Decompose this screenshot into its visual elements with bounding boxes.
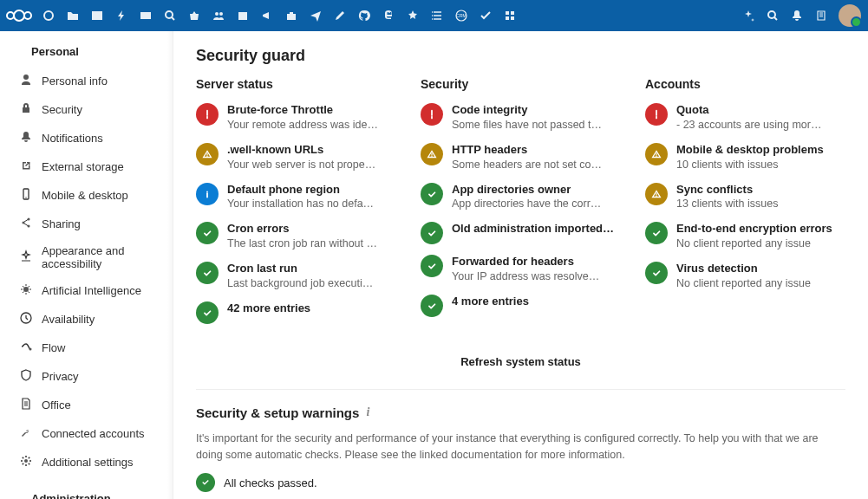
status-title: Code integrity <box>452 103 621 118</box>
megaphone-icon[interactable] <box>255 3 279 28</box>
sidebar-item-mobile-desktop[interactable]: Mobile & desktop <box>5 181 167 210</box>
svg-point-1 <box>166 11 173 18</box>
sparkle-icon[interactable] <box>736 3 760 28</box>
calendar-icon[interactable] <box>231 3 255 28</box>
status-title: 4 more entries <box>452 295 621 309</box>
person-icon <box>19 73 33 89</box>
status-item[interactable]: Mobile & desktop problems 10 clients wit… <box>645 143 845 172</box>
status-item[interactable]: Brute-force Throttle Your remote address… <box>196 103 396 133</box>
status-title: Sync conflicts <box>676 183 845 198</box>
status-item[interactable]: Cron last run Last background job execut… <box>196 262 396 291</box>
mail-icon[interactable] <box>134 3 158 28</box>
sidebar-item-label: Privacy <box>42 370 79 383</box>
error-icon <box>421 103 443 126</box>
sidebar-item-artificial-intelligence[interactable]: Artificial Intelligence <box>5 276 167 305</box>
status-item[interactable]: Forwarded for headers Your IP address wa… <box>421 255 621 284</box>
status-column: Security Code integrity Some files have … <box>421 77 621 334</box>
sidebar-item-label: Connected accounts <box>42 427 145 440</box>
ai-icon <box>19 282 33 299</box>
folder-icon[interactable] <box>61 3 85 28</box>
sidebar-item-label: Personal info <box>42 75 108 87</box>
status-item[interactable]: 42 more entries <box>196 301 396 324</box>
warnings-intro: It's important for the security and perf… <box>196 431 845 463</box>
ok-icon <box>421 222 443 244</box>
external-icon <box>19 159 33 175</box>
check-icon[interactable] <box>473 3 498 28</box>
status-title: 42 more entries <box>227 301 396 316</box>
contacts-icon[interactable] <box>809 3 833 28</box>
status-desc: Some headers are not set co… <box>452 158 621 172</box>
status-item[interactable]: End-to-end encryption errors No client r… <box>645 222 845 251</box>
status-title: Old administration imported… <box>452 222 621 237</box>
svg-point-9 <box>25 197 26 198</box>
bell-icon[interactable] <box>785 3 809 28</box>
sidebar-item-additional-settings[interactable]: Additional settings <box>5 448 167 476</box>
bolt-icon[interactable] <box>109 3 134 28</box>
ok-icon <box>196 222 219 244</box>
ok-icon <box>421 183 443 205</box>
github-icon[interactable] <box>352 3 376 28</box>
warn-icon <box>421 143 443 165</box>
svg-point-18 <box>206 191 208 192</box>
status-item[interactable]: Default phone region Your installation h… <box>196 183 396 212</box>
status-desc: Your IP address was resolve… <box>452 269 621 284</box>
status-item[interactable]: Cron errors The last cron job ran withou… <box>196 222 396 251</box>
people-icon[interactable] <box>206 3 231 28</box>
user-avatar[interactable] <box>839 4 861 27</box>
refresh-button[interactable]: Refresh system status <box>196 345 845 384</box>
grid-icon[interactable] <box>498 3 522 28</box>
status-title: Virus detection <box>676 262 845 276</box>
bell-icon <box>19 130 33 146</box>
search-doc-icon[interactable] <box>158 3 182 28</box>
search-icon[interactable] <box>760 3 785 28</box>
status-item[interactable]: App directories owner App directories ha… <box>421 183 621 212</box>
pencil-icon[interactable] <box>328 3 352 28</box>
status-item[interactable]: Virus detection No client reported any i… <box>645 262 845 291</box>
status-item[interactable]: Quota - 23 accounts are using mor… <box>645 103 845 133</box>
svg-point-15 <box>29 348 32 351</box>
sidebar-item-security[interactable]: Security <box>5 95 167 124</box>
star-badge-icon[interactable] <box>401 3 425 28</box>
sidebar-item-availability[interactable]: Availability <box>5 305 167 334</box>
status-item[interactable]: Code integrity Some files have not passe… <box>421 103 621 133</box>
status-title: Mobile & desktop problems <box>676 143 845 158</box>
sidebar-heading-admin: Administration <box>0 485 173 499</box>
circle-icon[interactable] <box>36 3 61 28</box>
list-icon[interactable] <box>425 3 449 28</box>
sidebar-item-privacy[interactable]: Privacy <box>5 362 167 391</box>
lock-icon <box>19 101 33 118</box>
sidebar-item-flow[interactable]: Flow <box>5 334 167 362</box>
sidebar-item-label: Artificial Intelligence <box>42 284 141 297</box>
sidebar-item-label: External storage <box>42 160 124 173</box>
status-item[interactable]: Sync conflicts 13 clients with issues <box>645 183 845 212</box>
briefcase-icon[interactable] <box>279 3 303 28</box>
sidebar-item-sharing[interactable]: Sharing <box>5 210 167 238</box>
sidebar-item-office[interactable]: Office <box>5 391 167 419</box>
crm-icon[interactable]: CRM <box>449 3 473 28</box>
svg-point-3 <box>219 12 223 16</box>
sidebar-item-external-storage[interactable]: External storage <box>5 152 167 181</box>
sidebar-item-connected-accounts[interactable]: Connected accounts <box>5 419 167 448</box>
sidebar-item-notifications[interactable]: Notifications <box>5 124 167 152</box>
status-item[interactable]: 4 more entries <box>421 295 621 317</box>
svg-point-2 <box>215 12 219 16</box>
warn-icon <box>196 143 219 165</box>
svg-point-16 <box>24 459 28 463</box>
basket-icon[interactable] <box>182 3 206 28</box>
column-heading: Security <box>421 77 621 91</box>
mastodon-icon[interactable] <box>376 3 401 28</box>
sidebar-item-appearance-and-accessibility[interactable]: Appearance and accessibility <box>5 238 167 276</box>
status-item[interactable]: HTTP headers Some headers are not set co… <box>421 143 621 172</box>
svg-point-0 <box>44 11 53 20</box>
accessibility-icon <box>19 250 33 266</box>
status-item[interactable]: .well-known URLs Your web server is not … <box>196 143 396 172</box>
info-icon[interactable]: i <box>366 405 369 419</box>
plane-icon[interactable] <box>303 3 328 28</box>
status-title: Quota <box>676 103 845 118</box>
app-logo[interactable] <box>7 10 31 22</box>
status-title: Cron errors <box>227 222 396 237</box>
status-item[interactable]: Old administration imported… <box>421 222 621 244</box>
sidebar-item-personal-info[interactable]: Personal info <box>5 67 167 95</box>
status-desc: 13 clients with issues <box>676 197 845 211</box>
image-icon[interactable] <box>85 3 109 28</box>
